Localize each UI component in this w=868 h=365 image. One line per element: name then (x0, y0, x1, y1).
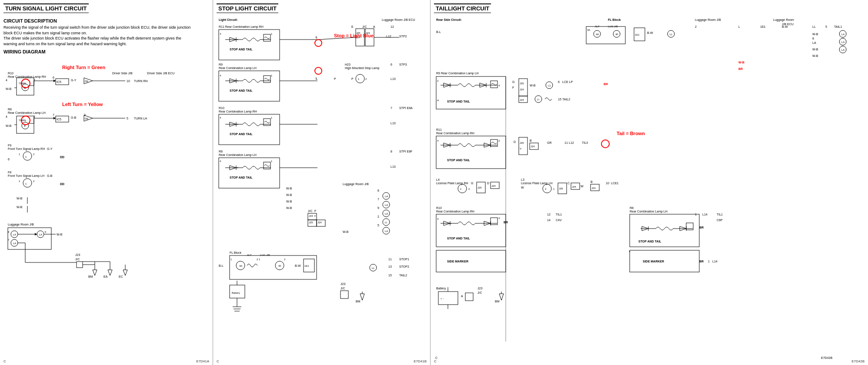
svg-text:A: A (461, 295, 463, 298)
svg-text:1E1: 1E1 (304, 265, 309, 267)
svg-text:4A: 4A (239, 265, 242, 267)
svg-text:LA: LA (385, 195, 388, 198)
svg-text:Rear Combination Lamp LH: Rear Combination Lamp LH (630, 210, 668, 213)
svg-text:G: G (512, 80, 514, 83)
svg-text:J24: J24 (572, 186, 576, 188)
svg-text:W-B: W-B (6, 124, 12, 127)
svg-text:F9: F9 (8, 144, 11, 147)
svg-text:LUG J/B: LUG J/B (608, 25, 618, 28)
turn-panel-title: TURN SIGNAL LIGHT CIRCUIT (3, 3, 89, 13)
svg-text:J24: J24 (531, 145, 535, 148)
svg-text:J25: J25 (559, 187, 563, 190)
svg-text:5: 5 (127, 117, 128, 120)
svg-text:1: 1 (19, 153, 20, 156)
svg-text:R10: R10 (436, 206, 442, 209)
svg-text:B-W: B-W (782, 25, 788, 28)
svg-text:IC5: IC5 (57, 118, 61, 121)
svg-marker-254 (360, 294, 364, 300)
svg-text:1E1: 1E1 (635, 33, 640, 36)
svg-text:Light Circuit:: Light Circuit: (219, 18, 238, 22)
svg-text:J/C: J/C (341, 287, 345, 290)
svg-text:W: W (581, 185, 584, 188)
svg-text:STOP AND TAIL: STOP AND TAIL (638, 240, 661, 243)
svg-text:R11: R11 (436, 128, 442, 131)
svg-text:F: F (512, 86, 514, 89)
svg-text:7: 7 (391, 106, 392, 110)
svg-text:C6P: C6P (717, 219, 723, 222)
svg-text:W-B: W-B (286, 206, 292, 209)
svg-text:J24: J24 (356, 36, 361, 39)
stop-wiring-svg: Light Circuit: R11 Rear Combination Lamp… (217, 16, 425, 333)
tail-wiring-svg: Rear Side Circuit: FL Block Luggage Room… (434, 16, 860, 363)
svg-text:TAIL1: TAIL1 (834, 25, 842, 28)
svg-text:L: L (316, 36, 318, 39)
svg-text:BM: BM (88, 275, 93, 278)
svg-text:11: 11 (564, 141, 568, 144)
svg-text:4: 4 (220, 33, 221, 35)
svg-text:7: 7 (377, 198, 379, 201)
svg-marker-92 (108, 270, 112, 275)
svg-text:ALT: ALT (595, 25, 600, 28)
svg-text:W-B: W-B (57, 233, 63, 236)
svg-text:L: L (316, 77, 318, 80)
svg-text:P: P (334, 77, 336, 80)
svg-text:8: 8 (391, 150, 392, 153)
svg-text:1: 1 (460, 188, 462, 190)
svg-text:1: 1 (358, 78, 360, 80)
svg-text:FL Block: FL Block (230, 251, 241, 254)
svg-text:H23: H23 (345, 63, 351, 66)
svg-text:12: 12 (547, 213, 551, 216)
svg-text:1: 1 (25, 156, 27, 158)
svg-text:R8: R8 (219, 150, 223, 153)
svg-text:TAIL2: TAIL2 (399, 274, 407, 277)
svg-text:2: 2 (498, 139, 500, 142)
svg-text:Luggage Room J/B: Luggage Room J/B (695, 18, 721, 22)
svg-text:14: 14 (547, 219, 551, 222)
svg-text:J/C: J/C (75, 258, 80, 261)
svg-text:J25: J25 (520, 142, 524, 144)
svg-text:1: 1 (553, 188, 555, 190)
svg-point-61 (23, 179, 32, 187)
svg-text:Battery: Battery (232, 292, 240, 294)
svg-text:EA: EA (103, 275, 108, 278)
svg-text:W-B: W-B (286, 187, 292, 190)
svg-text:8: 8 (812, 37, 814, 40)
svg-text:J24: J24 (317, 221, 322, 224)
svg-text:IC5: IC5 (57, 80, 61, 83)
svg-text:Battery: Battery (436, 287, 446, 290)
svg-text:H: H (437, 99, 439, 102)
svg-text:4: 4 (629, 250, 631, 253)
svg-text:LL: LL (812, 25, 816, 28)
svg-text:D: D (487, 182, 489, 185)
svg-text:R9 Rear Combination Lamp LH: R9 Rear Combination Lamp LH (436, 72, 479, 75)
svg-text:2: 2 (365, 78, 367, 80)
svg-text:D: D (514, 140, 516, 143)
svg-text:1: 1 (19, 180, 20, 182)
svg-text:2: 2 (33, 153, 35, 156)
svg-text:8: 8 (377, 189, 379, 192)
svg-text:L13: L13 (391, 165, 396, 168)
circuit-description-text: Receiving the signal of the turn signal … (3, 25, 195, 46)
svg-text:L4: L4 (436, 178, 440, 181)
svg-text:LI: LI (385, 221, 387, 224)
svg-text:STOP2: STOP2 (399, 265, 409, 268)
turn-signal-diagram: Right Turn = Green Left Turn = Yellow R1… (3, 56, 209, 296)
svg-text:J24: J24 (309, 215, 313, 217)
svg-text:J/C: J/C (362, 25, 367, 28)
svg-text:ALT: ALT (247, 254, 252, 256)
svg-text:STOP AND TAIL: STOP AND TAIL (447, 100, 470, 103)
svg-text:TURN LH: TURN LH (134, 117, 147, 120)
svg-text:15: 15 (558, 98, 561, 101)
svg-text:B-L: B-L (219, 264, 224, 267)
svg-text:LI: LI (537, 98, 539, 101)
svg-point-366 (543, 184, 551, 193)
svg-text:6: 6 (391, 63, 392, 66)
taillight-panel: TAILLIGHT CIRCUIT Tail = Brown Rear Side… (431, 0, 868, 365)
svg-text:C4V: C4V (556, 219, 562, 222)
svg-text:TURN RH: TURN RH (134, 80, 148, 83)
svg-rect-329 (436, 136, 506, 169)
svg-text:4A: 4A (596, 33, 599, 36)
stop-panel-title: STOP LIGHT CIRCUIT (217, 3, 278, 13)
svg-text:1: 1 (271, 33, 273, 35)
svg-text:STOP AND TAIL: STOP AND TAIL (230, 176, 253, 179)
